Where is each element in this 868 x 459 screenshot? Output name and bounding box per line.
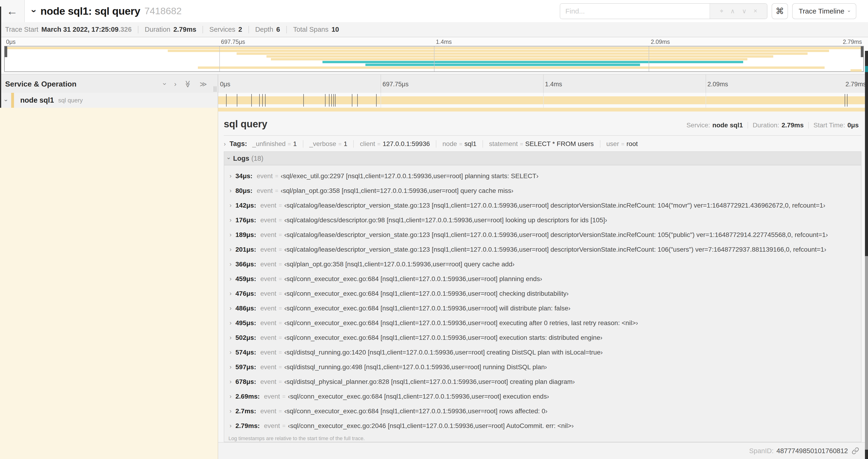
tag-item[interactable]: statement = SELECT * FROM users <box>489 140 600 147</box>
trace-title: node sql1: sql query <box>40 5 140 17</box>
chevron-down-icon[interactable]: › <box>29 9 39 12</box>
chevron-right-icon[interactable]: › <box>227 378 234 385</box>
log-equals: = <box>275 173 278 179</box>
chevron-right-icon[interactable]: › <box>227 187 234 194</box>
span-link-icon[interactable] <box>852 447 859 455</box>
tag-equals: = <box>338 141 342 147</box>
span-detail-header: sql query Service: node sql1 Duration: 2… <box>218 111 868 130</box>
minimap-canvas[interactable] <box>4 46 864 72</box>
match-target-icon[interactable]: ⌖ <box>720 7 723 15</box>
log-marker <box>847 94 847 107</box>
chevron-right-icon[interactable]: › <box>227 217 234 224</box>
chevron-right-icon[interactable]: › <box>227 422 234 429</box>
log-equals: = <box>275 188 278 194</box>
chevron-right-icon[interactable]: › <box>227 172 234 179</box>
chevron-right-icon[interactable]: › <box>227 290 234 297</box>
log-entry-row[interactable]: › 2.79ms: event = ‹sql/conn_executor_exe… <box>227 418 859 433</box>
span-row-name-column[interactable]: › node sql1 sql query <box>0 93 218 108</box>
log-entry-row[interactable]: › 142μs: event = ‹sql/catalog/lease/desc… <box>227 198 859 213</box>
span-row-timeline[interactable] <box>218 93 868 108</box>
chevron-right-icon[interactable]: › <box>227 305 234 312</box>
expand-one-icon[interactable]: › <box>174 80 177 88</box>
trace-title-group[interactable]: › node sql1: sql query 7418682 <box>33 5 182 17</box>
logs-accordion-header[interactable]: › Logs (18) <box>224 152 861 165</box>
minimap-span-bar <box>271 58 747 60</box>
log-equals: = <box>279 232 282 238</box>
keyboard-shortcuts-button[interactable]: ⌘ <box>772 3 788 19</box>
chevron-down-icon[interactable]: › <box>3 99 10 101</box>
log-entry-row[interactable]: › 2.69ms: event = ‹sql/conn_executor_exe… <box>227 389 859 404</box>
tag-key: _verbose <box>309 140 336 147</box>
tag-equals: = <box>377 141 380 147</box>
chevron-right-icon[interactable]: › <box>227 202 234 209</box>
summary-item: Total Spans 10 <box>293 26 339 33</box>
log-entry-row[interactable]: › 201μs: event = ‹sql/catalog/lease/desc… <box>227 242 859 257</box>
log-equals: = <box>279 364 282 370</box>
chevron-right-icon[interactable]: › <box>227 275 234 283</box>
column-resizer-grip[interactable] <box>214 86 216 92</box>
expand-all-icon[interactable]: ≫ <box>200 80 207 88</box>
chevron-right-icon[interactable]: › <box>227 334 234 341</box>
tags-accordion[interactable]: › Tags: _unfinished = 1 _verbose = 1 cli… <box>218 136 868 151</box>
log-marker <box>357 94 358 107</box>
tag-item[interactable]: node = sql1 <box>442 140 483 147</box>
log-entry-row[interactable]: › 2.7ms: event = ‹sql/conn_executor_exec… <box>227 404 859 418</box>
log-field-value: ‹sql/plan_opt.go:358 [nsql1,client=127.0… <box>284 261 515 268</box>
log-timestamp: 678μs: <box>236 378 256 386</box>
find-clear-icon[interactable]: × <box>754 7 757 15</box>
log-entry-row[interactable]: › 502μs: event = ‹sql/conn_executor_exec… <box>227 330 859 345</box>
service-operation-header: Service & Operation › › ≫ ≫ <box>0 74 218 94</box>
log-entry-row[interactable]: › 366μs: event = ‹sql/plan_opt.go:358 [n… <box>227 257 859 271</box>
log-equals: = <box>279 334 282 341</box>
chevron-right-icon[interactable]: › <box>227 246 234 253</box>
log-entry-row[interactable]: › 189μs: event = ‹sql/catalog/lease/desc… <box>227 227 859 242</box>
chevron-down-icon[interactable]: › <box>226 157 232 159</box>
log-field-key: event <box>260 275 277 283</box>
log-equals: = <box>279 246 282 253</box>
minimap-left-drag-handle[interactable] <box>5 46 7 57</box>
log-entry-row[interactable]: › 486μs: event = ‹sql/conn_executor_exec… <box>227 301 859 316</box>
log-entry-row[interactable]: › 176μs: event = ‹sql/catalog/descs/desc… <box>227 213 859 227</box>
chevron-right-icon[interactable]: › <box>227 349 234 356</box>
collapse-one-icon[interactable]: › <box>161 83 169 85</box>
chevron-right-icon[interactable]: › <box>224 140 226 147</box>
find-input[interactable] <box>560 4 710 19</box>
tag-item[interactable]: _unfinished = 1 <box>252 140 303 147</box>
minimap-right-drag-handle[interactable] <box>861 46 863 57</box>
log-field-key: event <box>260 334 277 341</box>
chevron-right-icon[interactable]: › <box>227 393 234 400</box>
chevron-right-icon[interactable]: › <box>227 363 234 371</box>
back-button[interactable]: ← <box>0 0 25 22</box>
find-prev-icon[interactable]: ∧ <box>730 7 735 15</box>
log-marker <box>259 94 260 107</box>
log-entry-row[interactable]: › 34μs: event = ‹sql/exec_util.go:2297 [… <box>227 169 859 183</box>
timeline-tick-label: 2.09ms <box>651 38 670 45</box>
log-equals: = <box>279 276 282 282</box>
tag-equals: = <box>459 141 462 147</box>
chevron-right-icon[interactable]: › <box>227 407 234 415</box>
minimap-tick-labels: 0μs697.75μs1.4ms2.09ms2.79ms <box>4 37 864 46</box>
collapse-all-icon[interactable]: ≫ <box>184 80 192 88</box>
find-next-icon[interactable]: ∨ <box>742 7 747 15</box>
log-entry-row[interactable]: › 495μs: event = ‹sql/conn_executor_exec… <box>227 316 859 330</box>
log-entry-row[interactable]: › 678μs: event = ‹sql/distsql_physical_p… <box>227 374 859 389</box>
tag-item[interactable]: _verbose = 1 <box>309 140 354 147</box>
chevron-right-icon[interactable]: › <box>227 231 234 238</box>
log-entry-row[interactable]: › 459μs: event = ‹sql/conn_executor_exec… <box>227 271 859 286</box>
find-box: ⌖ ∧ ∨ × <box>560 3 768 19</box>
log-entry-row[interactable]: › 574μs: event = ‹sql/distsql_running.go… <box>227 345 859 360</box>
log-entry-row[interactable]: › 597μs: event = ‹sql/distsql_running.go… <box>227 360 859 374</box>
tag-item[interactable]: user = root <box>607 140 644 147</box>
tag-item[interactable]: client = 127.0.0.1:59936 <box>360 140 436 147</box>
window-right-scrollbar[interactable] <box>865 51 868 459</box>
trace-view-dropdown[interactable]: Trace Timeline › <box>792 3 856 19</box>
log-timestamp: 34μs: <box>236 172 252 180</box>
log-field-key: event <box>260 319 277 327</box>
chevron-right-icon[interactable]: › <box>227 319 234 327</box>
log-entry-row[interactable]: › 80μs: event = ‹sql/plan_opt.go:358 [ns… <box>227 183 859 198</box>
log-timestamp: 201μs: <box>236 246 256 253</box>
span-detail-panel: sql query Service: node sql1 Duration: 2… <box>218 108 868 459</box>
log-entry-row[interactable]: › 476μs: event = ‹sql/conn_executor_exec… <box>227 286 859 301</box>
span-row[interactable]: › node sql1 sql query <box>0 93 868 108</box>
chevron-right-icon[interactable]: › <box>227 261 234 268</box>
